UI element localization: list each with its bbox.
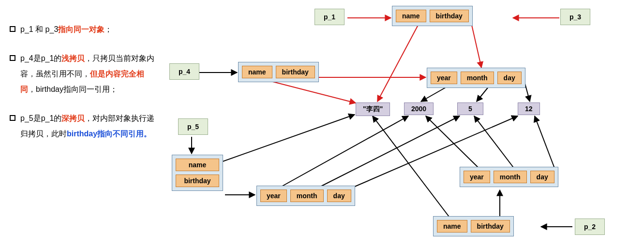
svg-line-14 (317, 116, 460, 188)
var-p4: p_4 (169, 63, 199, 80)
field-name: name (176, 159, 219, 171)
bullet-2: p_4是p_1的浅拷贝，只拷贝当前对象内容，虽然引用不同，但是内容完全相同，bi… (10, 51, 157, 97)
svg-line-21 (535, 116, 556, 173)
arrows-svg (165, 0, 644, 248)
svg-line-20 (474, 116, 518, 173)
svg-line-11 (209, 115, 355, 166)
svg-line-13 (279, 116, 408, 188)
object-diagram: p_1 p_3 p_4 p_5 p_2 name birthday name b… (165, 0, 644, 248)
text: ； (105, 25, 112, 33)
text: ，birthday指向同一引用； (28, 85, 118, 93)
bullet-icon (10, 115, 15, 121)
field-name: name (437, 220, 467, 233)
val-day: 12 (518, 102, 540, 115)
svg-line-19 (426, 116, 484, 173)
svg-line-3 (472, 25, 481, 68)
field-birthday: birthday (471, 220, 510, 233)
text: p_1 和 p_3 (20, 25, 58, 33)
text: p_5是p_1的 (20, 114, 61, 122)
field-name: name (242, 66, 272, 78)
var-p1: p_1 (315, 9, 344, 25)
notes-panel: p_1 和 p_3指向同一对象； p_4是p_1的浅拷贝，只拷贝当前对象内容，虽… (10, 22, 157, 155)
obj-date-5: year month day (256, 186, 355, 206)
field-name: name (396, 10, 426, 22)
field-birthday: birthday (176, 175, 219, 187)
bullet-3: p_5是p_1的深拷贝，对内部对象执行递归拷贝，此时birthday指向不同引用… (10, 111, 157, 142)
field-month: month (290, 190, 324, 202)
field-month: month (461, 72, 494, 84)
var-p5: p_5 (178, 118, 208, 135)
field-birthday: birthday (276, 66, 315, 78)
svg-line-4 (265, 80, 356, 103)
val-year: 2000 (404, 102, 434, 115)
obj-person-2: name birthday (433, 216, 514, 236)
highlight-blue: birthday指向不同引用。 (67, 130, 151, 138)
var-p3: p_3 (560, 9, 590, 25)
obj-person-5: name birthday (172, 155, 223, 191)
highlight-red: 浅拷贝 (61, 54, 85, 62)
obj-person-1: name birthday (392, 6, 473, 26)
field-year: year (431, 72, 457, 84)
bullet-1: p_1 和 p_3指向同一对象； (10, 22, 157, 37)
svg-line-17 (373, 116, 453, 222)
obj-date-shared: year month day (427, 68, 525, 88)
field-day: day (530, 171, 554, 183)
svg-line-2 (377, 25, 418, 102)
obj-person-4: name birthday (238, 62, 319, 82)
text: p_4是p_1的 (20, 54, 61, 62)
field-year: year (464, 171, 490, 183)
bullet-icon (10, 26, 15, 32)
field-month: month (494, 171, 527, 183)
var-p2: p_2 (575, 219, 605, 235)
val-month: 5 (457, 102, 483, 115)
obj-date-2: year month day (460, 167, 558, 187)
highlight-red: 指向同一对象 (58, 25, 105, 33)
highlight-red: 深拷贝 (61, 114, 85, 122)
field-day: day (497, 72, 522, 84)
bullet-icon (10, 55, 15, 61)
val-name: "李四" (356, 102, 390, 116)
field-year: year (260, 190, 287, 202)
field-day: day (327, 190, 351, 202)
field-birthday: birthday (430, 10, 469, 22)
svg-line-9 (525, 84, 530, 102)
